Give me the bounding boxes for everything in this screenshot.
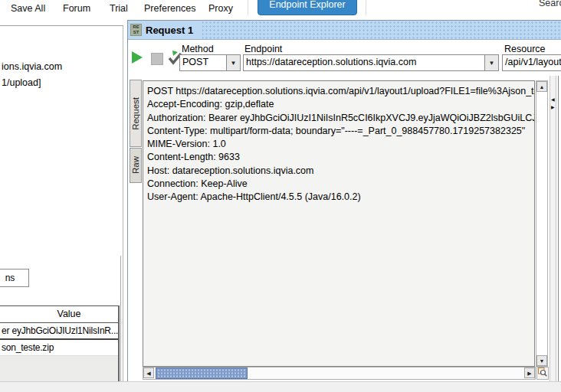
menubar-divider: [248, 0, 248, 15]
scrollbar-thumb[interactable]: [156, 368, 248, 379]
properties-tab-partial[interactable]: ns: [0, 269, 29, 287]
response-panel-edge: [558, 76, 561, 381]
navigator-panel: ions.iqvia.com 1/upload] ns Value er eyJ…: [0, 25, 123, 392]
menu-trial[interactable]: Trial: [110, 3, 128, 14]
table-row[interactable]: er eyJhbGciOiJIUzl1NilsInR...: [0, 323, 118, 340]
request-line: Authorization: Bearer eyJhbGciOiJIUzI1Ni…: [147, 112, 534, 125]
tab-request-label: Request: [131, 97, 140, 130]
method-dropdown[interactable]: POST ▼: [179, 54, 241, 71]
collapse-left-icon[interactable]: ◀: [551, 97, 555, 102]
method-value: POST: [180, 55, 226, 70]
zoom-magnifier-button[interactable]: [536, 367, 549, 380]
window-titlebar[interactable]: RE ST Request 1: [128, 21, 561, 40]
request-line: Content-Length: 9633: [147, 151, 534, 164]
vertical-scrollbar[interactable]: ▲ ▼: [536, 80, 548, 367]
chevron-down-icon[interactable]: ▼: [484, 55, 498, 70]
menubar-divider: [366, 0, 366, 15]
menu-proxy[interactable]: Proxy: [208, 3, 233, 14]
resource-field[interactable]: /api/v1/layout1/upload: [502, 54, 561, 71]
menu-save-all[interactable]: Save All: [11, 3, 45, 14]
endpoint-value: https://datareception.solutions.iqvia.co…: [244, 55, 484, 70]
stop-request-button[interactable]: [151, 53, 163, 65]
window-title: Request 1: [146, 24, 193, 36]
search-label: Search: [539, 0, 561, 8]
request-line: Accept-Encoding: gzip,deflate: [147, 98, 534, 111]
value-column-header: Value: [0, 305, 118, 323]
magnifier-icon: [538, 368, 547, 377]
tab-raw-label: Raw: [131, 156, 140, 174]
scroll-left-icon[interactable]: ◀: [143, 368, 154, 378]
request-line: MIME-Version: 1.0: [147, 138, 534, 151]
request-line: User-Agent: Apache-HttpClient/4.5.5 (Jav…: [147, 191, 534, 204]
rest-request-icon: RE ST: [130, 24, 142, 36]
tree-item-endpoint[interactable]: ions.iqvia.com: [2, 61, 62, 72]
scroll-right-icon[interactable]: ▶: [524, 368, 535, 378]
request-line: POST https://datareception.solutions.iqv…: [147, 85, 534, 98]
request-line: Host: datareception.solutions.iqvia.com: [147, 165, 534, 178]
status-strip: [0, 381, 561, 392]
chevron-down-icon[interactable]: ▼: [226, 55, 240, 70]
horizontal-scrollbar[interactable]: ◀ ▶: [143, 367, 536, 380]
properties-table: Value er eyJhbGciOiJIUzl1NilsInR... son_…: [0, 305, 120, 392]
expand-right-icon[interactable]: ▶: [551, 105, 555, 109]
resource-label: Resource: [504, 44, 546, 54]
split-pane-divider[interactable]: ◀ ▶: [550, 76, 556, 381]
request-line: Connection: Keep-Alive: [147, 178, 534, 191]
raw-request-editor[interactable]: POST https://datareception.solutions.iqv…: [143, 80, 535, 367]
endpoint-explorer-button[interactable]: Endpoint Explorer: [258, 0, 357, 15]
request-window: RE ST Request 1 Method POST ▼ Endpoint h…: [127, 20, 561, 382]
endpoint-label: Endpoint: [244, 44, 282, 54]
tree-item-resource[interactable]: 1/upload]: [2, 77, 41, 88]
tab-request[interactable]: Request: [130, 80, 142, 147]
scroll-up-icon[interactable]: ▲: [536, 81, 547, 92]
submit-request-button[interactable]: [132, 51, 143, 64]
method-label: Method: [182, 44, 214, 54]
window-title-group: RE ST Request 1: [128, 21, 202, 39]
resource-value: /api/v1/layout1/upload: [503, 55, 561, 70]
panel-divider: [120, 256, 121, 392]
soapui-app: Save All Forum Trial Preferences Proxy E…: [0, 0, 561, 392]
scroll-down-icon[interactable]: ▼: [536, 355, 547, 366]
endpoint-dropdown[interactable]: https://datareception.solutions.iqvia.co…: [243, 54, 499, 71]
table-row[interactable]: son_teste.zip: [0, 340, 118, 356]
tab-raw[interactable]: Raw: [130, 148, 142, 183]
menu-forum[interactable]: Forum: [63, 3, 90, 14]
request-line: Content-Type: multipart/form-data; bound…: [147, 125, 534, 138]
menu-preferences[interactable]: Preferences: [144, 3, 195, 14]
